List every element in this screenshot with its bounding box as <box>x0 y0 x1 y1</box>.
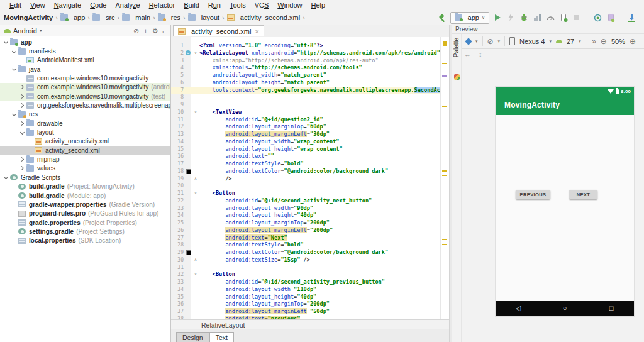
menu-analyze[interactable]: Analyze <box>111 0 144 11</box>
tree-item-gradle-wrapper-properties[interactable]: gradle-wrapper.properties(Gradle Version… <box>0 200 170 209</box>
menu-navigate[interactable]: Navigate <box>50 0 86 11</box>
code-line-9[interactable]: 9 <box>171 101 441 109</box>
code-line-35[interactable]: 35 android:layout_height="40dp" <box>171 294 441 301</box>
locate-file-icon[interactable]: ⊘ <box>133 27 139 35</box>
tree-item-gradle-scripts[interactable]: Gradle Scripts <box>0 173 170 182</box>
menu-run[interactable]: Run <box>204 0 225 11</box>
h-resize-icon[interactable]: ↔ <box>464 50 471 58</box>
code-line-25[interactable]: 25 android:layout_marginTop="200dp" <box>171 219 441 227</box>
v-resize-icon[interactable]: ↕ <box>479 50 482 58</box>
tree-item-layout[interactable]: layout <box>0 128 170 136</box>
menu-help[interactable]: Help <box>306 0 330 11</box>
fold-marker-icon[interactable]: ∨ <box>192 190 199 197</box>
previous-button[interactable]: PREVIOUS <box>516 190 550 199</box>
tab-design[interactable]: Design <box>176 332 209 342</box>
code-line-4[interactable]: 4 xmlns:tools="http://schemas.android.co… <box>171 64 441 72</box>
hide-panel-icon[interactable]: ⌐ <box>163 27 167 35</box>
tree-item-app[interactable]: app <box>0 38 170 47</box>
settings-gear-icon[interactable]: ⚙ <box>152 27 158 35</box>
code-line-15[interactable]: 15 android:layout_height="wrap_content" <box>171 146 441 153</box>
stripe-mark[interactable] <box>442 170 447 172</box>
breadcrumb-relativelayout[interactable]: RelativeLayout <box>201 321 245 329</box>
code-line-7[interactable]: 7 tools:context="org.geeksforgeeks.naved… <box>171 87 441 94</box>
stop-button[interactable] <box>572 13 582 23</box>
fold-marker-icon[interactable]: ∧ <box>192 175 199 183</box>
tree-item-com-example-windows10-movingactivity[interactable]: com.example.windows10.movingactivity(and… <box>0 83 170 92</box>
gradle-sync-icon[interactable] <box>592 13 602 23</box>
tree-item-proguard-rules-pro[interactable]: proguard-rules.pro(ProGuard Rules for ap… <box>0 209 170 218</box>
menu-vcs[interactable]: VCS <box>250 0 274 11</box>
menu-window[interactable]: Window <box>273 0 306 11</box>
apply-changes-icon[interactable] <box>506 13 516 23</box>
code-line-20[interactable]: 20 <box>171 182 441 190</box>
layers-icon[interactable] <box>465 38 472 45</box>
fold-marker-icon[interactable]: ∨ <box>192 271 199 279</box>
code-line-11[interactable]: 11 android:id="@+id/question2_id" <box>171 116 441 124</box>
expand-chevron-icon[interactable] <box>3 174 10 180</box>
expand-chevron-icon[interactable] <box>19 120 26 126</box>
tree-item-gradle-properties[interactable]: gradle.properties(Project Properties) <box>0 218 170 227</box>
code-line-10[interactable]: 10∨ <TextView <box>171 109 441 116</box>
code-line-28[interactable]: 28 android:textStyle="bold" <box>171 241 441 249</box>
code-line-6[interactable]: 6 android:layout_height="match_parent" <box>171 79 441 87</box>
stripe-mark[interactable] <box>442 239 447 240</box>
tree-item-mipmap[interactable]: mipmap <box>0 155 170 163</box>
orientation-icon[interactable]: ⊘ <box>487 37 494 46</box>
code-line-19[interactable]: 19∧ /> <box>171 175 441 183</box>
profiler-button[interactable] <box>532 13 542 23</box>
more-actions-icon[interactable]: » <box>592 37 596 46</box>
sdk-manager-icon[interactable] <box>626 13 636 23</box>
tree-item-build-gradle[interactable]: build.gradle(Project: MovingActivity) <box>0 182 170 191</box>
device-selector[interactable]: Nexus 4 <box>519 38 545 45</box>
stripe-mark[interactable] <box>442 75 447 77</box>
code-line-34[interactable]: 34 android:layout_width="110dp" <box>171 286 441 294</box>
expand-chevron-icon[interactable] <box>11 48 18 55</box>
breadcrumb-item-activity-second-xml[interactable]: activity_second.xml <box>227 14 300 21</box>
run-button[interactable] <box>492 13 502 23</box>
run-config-selector[interactable]: app ∨ <box>450 12 489 24</box>
code-line-14[interactable]: 14 android:layout_width="wrap_content" <box>171 138 441 146</box>
tree-item-activity-oneactivity-xml[interactable]: activity_oneactivity.xml <box>0 137 170 146</box>
code-line-13[interactable]: 13 android:layout_marginLeft="30dp" <box>171 131 441 138</box>
expand-chevron-icon[interactable] <box>11 111 18 118</box>
tree-item-settings-gradle[interactable]: settings.gradle(Project Settings) <box>0 227 170 236</box>
expand-chevron-icon[interactable] <box>19 130 26 136</box>
tree-item-activity-second-xml[interactable]: activity_second.xml <box>0 146 170 155</box>
code-line-23[interactable]: 23 android:layout_width="90dp" <box>171 205 441 212</box>
color-preview-icon[interactable] <box>186 249 192 256</box>
code-line-16[interactable]: 16 android:text="" <box>171 153 441 160</box>
code-line-33[interactable]: 33 android:id="@+id/second_activity_prev… <box>171 279 441 286</box>
menu-refactor[interactable]: Refactor <box>145 0 180 11</box>
close-icon[interactable]: × <box>255 28 258 35</box>
menu-code[interactable]: Code <box>86 0 111 11</box>
tree-item-java[interactable]: java <box>0 65 170 74</box>
menu-view[interactable]: View <box>26 0 50 11</box>
editor-breadcrumb[interactable]: RelativeLayout <box>171 319 449 329</box>
color-preview-icon[interactable] <box>186 168 192 175</box>
tree-item-com-example-windows10-movingactivity[interactable]: com.example.windows10.movingactivity <box>0 74 170 82</box>
stripe-mark[interactable] <box>442 175 447 176</box>
stripe-mark[interactable] <box>442 244 447 245</box>
avd-manager-icon[interactable] <box>606 13 616 23</box>
fold-marker-icon[interactable]: ∧ <box>192 256 199 264</box>
stripe-mark[interactable] <box>442 106 447 107</box>
tree-item-com-example-windows10-movingactivity[interactable]: com.example.windows10.movingactivity(tes… <box>0 92 170 101</box>
menu-edit[interactable]: Edit <box>5 0 26 11</box>
collapse-all-icon[interactable]: + <box>143 27 147 35</box>
code-line-1[interactable]: 1<?xml version="1.0" encoding="utf-8"?> <box>171 42 441 50</box>
breadcrumb-item-app[interactable]: app <box>60 14 85 21</box>
preview-canvas[interactable]: ↔ ↕ 8:00 MovingActivity PREVIOUS NEXT <box>462 49 644 342</box>
zoom-in-icon[interactable]: ⊕ <box>630 37 640 46</box>
breadcrumb-item-layout[interactable]: layout <box>188 14 219 21</box>
tree-item-androidmanifest-xml[interactable]: AndroidManifest.xml <box>0 56 170 65</box>
build-hammer-icon[interactable] <box>437 13 447 23</box>
error-stripe[interactable] <box>440 37 449 319</box>
code-line-24[interactable]: 24 android:layout_height="40dp" <box>171 212 441 219</box>
gauge-icon[interactable] <box>545 13 555 23</box>
tree-item-drawable[interactable]: drawable <box>0 119 170 128</box>
stripe-mark[interactable] <box>443 41 447 46</box>
tab-activity-second-xml[interactable]: activity_second.xml × <box>173 25 264 36</box>
breadcrumb-item-main[interactable]: main <box>122 14 150 21</box>
code-line-37[interactable]: 37 android:layout_marginLeft="50dp" <box>171 308 441 316</box>
code-line-3[interactable]: 3 xmlns:app="http://schemas.android.com/… <box>171 57 441 65</box>
